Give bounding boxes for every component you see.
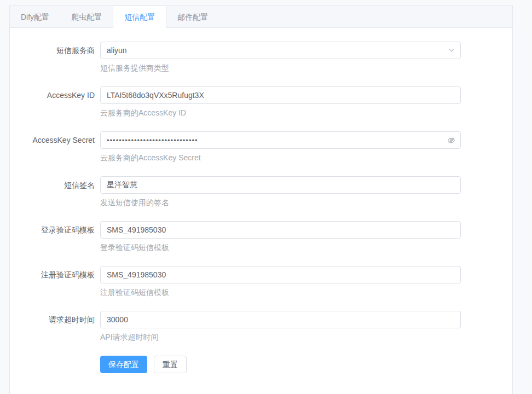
login-template-help: 登录验证码短信模板 — [100, 242, 461, 253]
sms-sign-input-wrap — [100, 176, 461, 194]
register-template-input[interactable] — [101, 266, 460, 283]
sms-sign-input[interactable] — [101, 177, 460, 193]
accesskey-secret-input-wrap — [100, 131, 461, 149]
form-actions: 保存配置 重置 — [100, 356, 504, 373]
tab-sms-config[interactable]: 短信配置 — [113, 6, 166, 28]
accesskey-id-input[interactable] — [101, 87, 460, 103]
register-template-label: 注册验证码模板 — [18, 266, 100, 298]
form-item-login-template: 登录验证码模板 登录验证码短信模板 — [18, 221, 504, 253]
sms-config-form: 短信服务商 短信服务提供商类型 AccessKey ID 云服务商的Access… — [10, 28, 512, 373]
accesskey-secret-label: AccessKey Secret — [18, 131, 100, 163]
reset-button[interactable]: 重置 — [154, 356, 187, 373]
form-item-accesskey-id: AccessKey ID 云服务商的AccessKey ID — [18, 86, 504, 118]
sms-provider-select[interactable] — [100, 42, 461, 59]
login-template-label: 登录验证码模板 — [18, 221, 100, 253]
accesskey-id-help: 云服务商的AccessKey ID — [100, 107, 461, 118]
sms-provider-help: 短信服务提供商类型 — [100, 62, 461, 73]
accesskey-id-input-wrap — [100, 86, 461, 104]
accesskey-secret-help: 云服务商的AccessKey Secret — [100, 152, 461, 163]
eye-off-icon[interactable] — [447, 132, 455, 148]
tab-bar: Dify配置 爬虫配置 短信配置 邮件配置 — [10, 6, 512, 28]
form-item-timeout: 请求超时时间 API请求超时时间 — [18, 311, 504, 343]
form-item-sms-provider: 短信服务商 短信服务提供商类型 — [18, 42, 504, 73]
form-item-sms-sign: 短信签名 发送短信使用的签名 — [18, 176, 504, 208]
tab-crawler-config[interactable]: 爬虫配置 — [60, 6, 113, 28]
accesskey-secret-input[interactable] — [101, 132, 460, 148]
timeout-help: API请求超时时间 — [100, 332, 461, 343]
sms-sign-label: 短信签名 — [18, 176, 100, 208]
login-template-input[interactable] — [101, 222, 460, 238]
login-template-input-wrap — [100, 221, 461, 239]
sms-sign-help: 发送短信使用的签名 — [100, 197, 461, 208]
tab-mail-config[interactable]: 邮件配置 — [166, 6, 219, 28]
timeout-label: 请求超时时间 — [18, 311, 100, 343]
register-template-help: 注册验证码短信模板 — [100, 287, 461, 298]
tab-dify-config[interactable]: Dify配置 — [10, 6, 60, 28]
save-config-button[interactable]: 保存配置 — [100, 356, 147, 373]
timeout-input[interactable] — [101, 311, 460, 328]
form-item-accesskey-secret: AccessKey Secret 云服务商的AccessKey Secret — [18, 131, 504, 163]
settings-card: Dify配置 爬虫配置 短信配置 邮件配置 短信服务商 短信服务提供商类型 Ac… — [9, 5, 513, 394]
register-template-input-wrap — [100, 266, 461, 283]
timeout-input-wrap — [100, 311, 461, 328]
form-item-register-template: 注册验证码模板 注册验证码短信模板 — [18, 266, 504, 298]
sms-provider-value[interactable] — [101, 42, 460, 59]
sms-provider-label: 短信服务商 — [18, 42, 100, 73]
accesskey-id-label: AccessKey ID — [18, 86, 100, 118]
chevron-down-icon[interactable] — [448, 42, 455, 59]
